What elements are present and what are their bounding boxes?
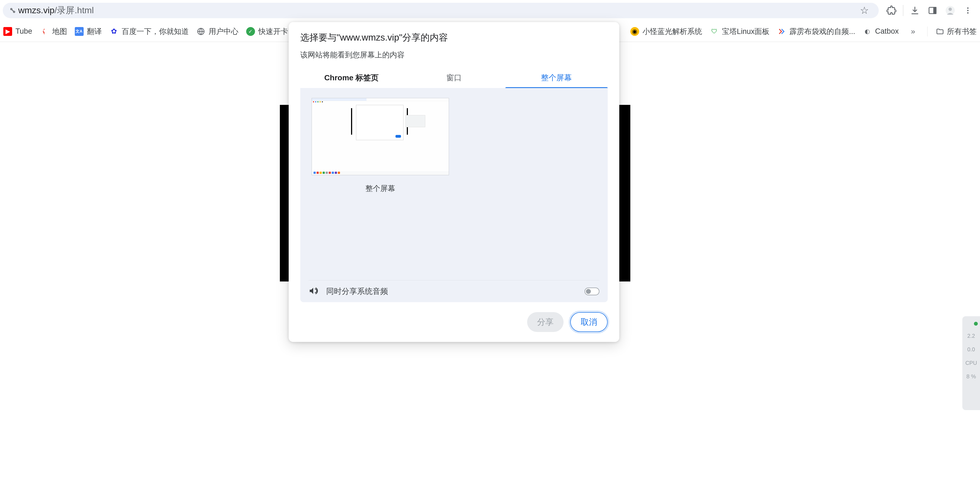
performance-side-widget[interactable]: 2.2 0.0 CPU 8 % <box>963 316 980 410</box>
bookmark-favicon-icon <box>777 27 786 36</box>
bookmark-favicon-icon: ◐ <box>863 27 872 36</box>
share-audio-label: 同时分享系统音频 <box>326 286 577 297</box>
bookmark-item[interactable]: 地图 <box>40 27 67 37</box>
bookmark-favicon-icon: ◉ <box>630 27 639 36</box>
bookmarks-overflow-icon[interactable]: » <box>906 27 920 36</box>
downloads-icon[interactable] <box>909 5 921 17</box>
bookmark-favicon-icon: ✿ <box>110 27 118 36</box>
tab-entire-screen[interactable]: 整个屏幕 <box>505 68 608 88</box>
bookmark-item[interactable]: ◐ Catbox <box>863 27 899 36</box>
bookmark-item[interactable]: ✿ 百度一下，你就知道 <box>110 27 189 37</box>
widget-value: 8 % <box>966 373 976 380</box>
svg-point-9 <box>967 12 969 14</box>
dialog-buttons: 分享 取消 <box>289 302 619 334</box>
tab-window[interactable]: 窗口 <box>402 68 505 88</box>
screen-share-dialog: 选择要与"www.wmzs.vip"分享的内容 该网站将能看到您屏幕上的内容 C… <box>289 22 619 342</box>
bookmark-label: 小怪蓝光解析系统 <box>643 27 702 37</box>
bookmark-star-icon[interactable]: ☆ <box>858 5 870 16</box>
share-audio-toggle[interactable] <box>584 288 600 295</box>
bookmark-label: Tube <box>16 27 32 36</box>
bookmark-favicon-icon: 文A <box>75 27 84 36</box>
share-button[interactable]: 分享 <box>527 312 563 332</box>
svg-point-1 <box>14 11 15 13</box>
tab-chrome[interactable]: Chrome 标签页 <box>300 68 402 88</box>
status-dot-icon <box>974 322 978 326</box>
volume-icon <box>309 286 318 297</box>
bookmark-item[interactable]: 霹雳布袋戏的自频... <box>777 27 855 37</box>
bookmark-item[interactable]: ▶ Tube <box>3 27 32 36</box>
toolbar-icons <box>882 5 977 17</box>
screen-thumbnail-wrap[interactable]: 整个屏幕 <box>311 98 449 193</box>
widget-label: CPU <box>966 360 977 366</box>
bookmark-favicon-icon: ▶ <box>3 27 12 36</box>
dialog-tabs: Chrome 标签页 窗口 整个屏幕 <box>300 68 608 88</box>
address-bar[interactable]: wmzs.vip/录屏.html ☆ <box>3 3 879 18</box>
bookmark-label: Catbox <box>875 27 899 36</box>
svg-point-10 <box>43 30 45 32</box>
sidepanel-icon[interactable] <box>926 5 939 17</box>
bookmark-favicon-icon: 🛡 <box>710 27 719 36</box>
all-bookmarks-button[interactable]: 所有书签 <box>927 27 977 37</box>
bookmark-favicon-icon <box>197 27 205 36</box>
screen-thumbnail[interactable] <box>312 98 449 175</box>
svg-rect-4 <box>934 8 936 14</box>
bookmark-favicon-icon: ✓ <box>246 27 255 36</box>
all-bookmarks-label: 所有书签 <box>947 27 977 37</box>
svg-point-0 <box>11 8 12 10</box>
toggle-knob <box>586 289 591 294</box>
dialog-subtitle: 该网站将能看到您屏幕上的内容 <box>289 50 619 60</box>
folder-icon <box>936 27 944 36</box>
bookmark-item[interactable]: 用户中心 <box>197 27 239 37</box>
extensions-icon[interactable] <box>885 5 897 17</box>
bookmark-item[interactable]: 🛡 宝塔Linux面板 <box>710 27 770 37</box>
dialog-title: 选择要与"www.wmzs.vip"分享的内容 <box>289 32 619 44</box>
url-domain: wmzs.vip <box>18 5 55 15</box>
share-audio-row: 同时分享系统音频 <box>309 280 600 296</box>
svg-point-7 <box>967 8 969 9</box>
widget-value: 2.2 <box>967 333 975 339</box>
profile-avatar-icon[interactable] <box>944 5 956 17</box>
menu-icon[interactable] <box>962 5 974 17</box>
url-text[interactable]: wmzs.vip/录屏.html <box>18 5 854 17</box>
bookmark-label: 地图 <box>52 27 67 37</box>
site-info-icon[interactable] <box>8 6 18 16</box>
screen-thumbnail-label: 整个屏幕 <box>311 183 449 193</box>
bookmark-label: 百度一下，你就知道 <box>122 27 189 37</box>
bookmark-item[interactable]: ◉ 小怪蓝光解析系统 <box>630 27 702 37</box>
url-path: /录屏.html <box>55 5 94 15</box>
bookmark-favicon-icon <box>40 27 49 36</box>
bookmark-label: 用户中心 <box>208 27 239 37</box>
bookmark-item[interactable]: 文A 翻译 <box>75 27 102 37</box>
bookmark-label: 霹雳布袋戏的自频... <box>789 27 855 37</box>
cancel-button[interactable]: 取消 <box>570 312 608 332</box>
widget-value: 0.0 <box>967 346 975 353</box>
bookmark-label: 翻译 <box>87 27 102 37</box>
screen-picker-area: 整个屏幕 同时分享系统音频 <box>300 88 608 302</box>
svg-point-6 <box>948 8 952 11</box>
svg-point-8 <box>967 10 969 11</box>
address-bar-row: wmzs.vip/录屏.html ☆ <box>0 0 980 21</box>
bookmark-label: 宝塔Linux面板 <box>722 27 770 37</box>
